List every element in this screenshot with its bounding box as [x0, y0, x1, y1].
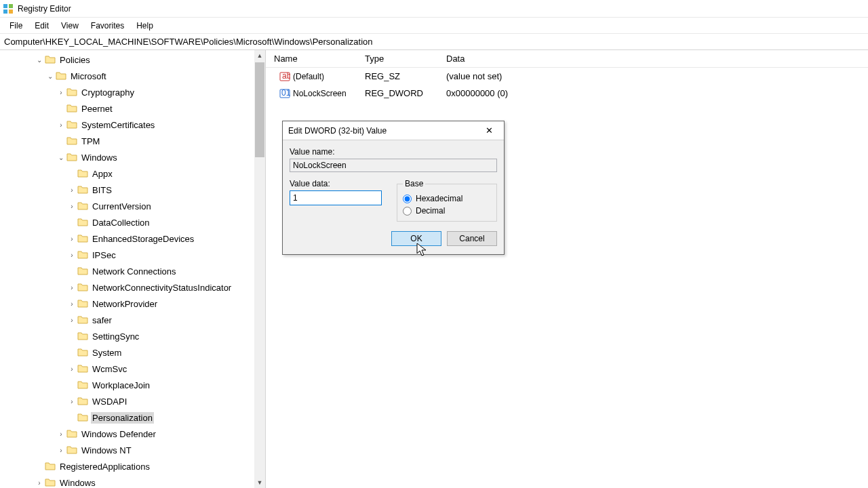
folder-icon	[77, 249, 88, 260]
folder-icon	[77, 314, 88, 325]
tree-item-currentversion[interactable]: › CurrentVersion	[0, 198, 254, 214]
radio-dec-row[interactable]: Decimal	[403, 206, 491, 216]
chevron-right-icon[interactable]: ›	[68, 186, 76, 194]
tree-item-wcmsvc[interactable]: › WcmSvc	[0, 361, 254, 377]
tree-item-windows[interactable]: ⌄ Windows	[0, 149, 254, 165]
column-header-name[interactable]: Name	[266, 51, 359, 66]
chevron-right-icon[interactable]: ›	[68, 251, 76, 259]
tree-item-ipsec[interactable]: › IPSec	[0, 247, 254, 263]
chevron-right-icon[interactable]: ›	[68, 317, 76, 324]
close-icon[interactable]: ✕	[475, 123, 502, 139]
tree-item-systemcertificates[interactable]: › SystemCertificates	[0, 117, 254, 133]
folder-icon	[77, 363, 88, 374]
chevron-right-icon[interactable]: ›	[57, 121, 65, 129]
tree-item-safer[interactable]: › safer	[0, 312, 254, 328]
folder-icon	[45, 54, 56, 65]
chevron-down-icon[interactable]: ⌄	[46, 73, 54, 80]
chevron-right-icon[interactable]: ›	[68, 235, 76, 243]
tree-item-windows-2[interactable]: › Windows	[0, 474, 254, 488]
tree-scrollbar[interactable]: ▲ ▼	[254, 50, 265, 488]
address-bar[interactable]: Computer\HKEY_LOCAL_MACHINE\SOFTWARE\Pol…	[0, 34, 868, 50]
chevron-right-icon[interactable]: ›	[57, 89, 65, 96]
tree-label: BITS	[91, 184, 113, 196]
value-data-field[interactable]	[290, 190, 382, 205]
tree-item-peernet[interactable]: › Peernet	[0, 100, 254, 117]
ok-button[interactable]: OK	[391, 231, 441, 246]
folder-icon	[66, 136, 77, 146]
tree-view[interactable]: ⌄ Policies ⌄ Microsoft › Cryptography ›	[0, 50, 254, 488]
chevron-down-icon[interactable]: ⌄	[35, 56, 43, 64]
chevron-right-icon[interactable]: ›	[68, 284, 76, 291]
menu-file[interactable]: File	[4, 19, 28, 33]
radio-hex-row[interactable]: Hexadecimal	[403, 194, 491, 203]
tree-label: Windows	[58, 477, 97, 489]
chevron-right-icon[interactable]: ›	[68, 203, 76, 210]
tree-item-policies[interactable]: ⌄ Policies	[0, 52, 254, 68]
menu-edit[interactable]: Edit	[29, 19, 54, 33]
tree-item-wsdapi[interactable]: › WSDAPI	[0, 393, 254, 409]
tree-item-bits[interactable]: › BITS	[0, 182, 254, 198]
value-name-field[interactable]	[290, 159, 497, 172]
chevron-right-icon[interactable]: ›	[57, 430, 65, 438]
folder-icon	[66, 445, 77, 455]
tree-item-datacollection[interactable]: › DataCollection	[0, 214, 254, 230]
tree-item-networkconnectivity[interactable]: › NetworkConnectivityStatusIndicator	[0, 279, 254, 296]
tree-item-appx[interactable]: › Appx	[0, 165, 254, 182]
tree-item-tpm[interactable]: › TPM	[0, 133, 254, 149]
tree-label: EnhancedStorageDevices	[91, 233, 195, 245]
value-data-label: Value data:	[290, 179, 384, 188]
chevron-right-icon[interactable]: ›	[68, 365, 76, 373]
tree-label: Windows NT	[80, 445, 133, 456]
tree-item-registeredapps[interactable]: › RegisteredApplications	[0, 458, 254, 474]
tree-item-system[interactable]: › System	[0, 344, 254, 361]
menu-help[interactable]: Help	[131, 19, 159, 33]
chevron-right-icon[interactable]: ›	[68, 300, 76, 308]
tree-label: Network Connections	[91, 266, 178, 277]
base-fieldset: Base Hexadecimal Decimal	[397, 179, 497, 222]
dialog-title-text: Edit DWORD (32-bit) Value	[288, 126, 387, 136]
folder-icon	[77, 266, 88, 277]
folder-icon	[45, 477, 56, 488]
tree-item-windowsnt[interactable]: › Windows NT	[0, 442, 254, 458]
tree-item-microsoft[interactable]: ⌄ Microsoft	[0, 68, 254, 84]
tree-item-enhancedstorage[interactable]: › EnhancedStorageDevices	[0, 230, 254, 247]
column-header-data[interactable]: Data	[441, 51, 868, 66]
scroll-up-icon[interactable]: ▲	[254, 50, 265, 61]
tree-item-windowsdefender[interactable]: › Windows Defender	[0, 426, 254, 442]
folder-icon	[77, 201, 88, 211]
tree-item-networkprovider[interactable]: › NetworkProvider	[0, 296, 254, 312]
tree-label: WorkplaceJoin	[91, 380, 151, 391]
tree-label: WcmSvc	[91, 363, 128, 375]
tree-label: Peernet	[80, 103, 114, 115]
chevron-right-icon[interactable]: ›	[68, 398, 76, 405]
dialog-titlebar[interactable]: Edit DWORD (32-bit) Value ✕	[283, 121, 504, 140]
tree-label: WSDAPI	[91, 396, 128, 407]
list-item[interactable]: NoLockScreen REG_DWORD 0x00000000 (0)	[266, 85, 868, 102]
tree-item-networkconnections[interactable]: › Network Connections	[0, 263, 254, 279]
chevron-down-icon[interactable]: ⌄	[57, 154, 65, 161]
cancel-button[interactable]: Cancel	[447, 231, 497, 246]
tree-item-cryptography[interactable]: › Cryptography	[0, 84, 254, 100]
menu-favorites[interactable]: Favorites	[85, 19, 130, 33]
tree-label: safer	[91, 314, 113, 326]
menu-view[interactable]: View	[56, 19, 84, 33]
scroll-down-icon[interactable]: ▼	[254, 477, 265, 488]
tree-item-workplacejoin[interactable]: › WorkplaceJoin	[0, 377, 254, 393]
chevron-right-icon[interactable]: ›	[57, 447, 65, 454]
tree-label: Personalization	[91, 412, 154, 424]
values-body[interactable]: (Default) REG_SZ (value not set) NoLockS…	[266, 68, 868, 102]
tree-item-personalization[interactable]: › Personalization	[0, 409, 254, 426]
tree-item-settingsync[interactable]: › SettingSync	[0, 328, 254, 344]
column-header-type[interactable]: Type	[359, 51, 441, 66]
tree-label: Windows	[80, 152, 119, 163]
folder-icon	[66, 152, 77, 163]
tree-label: Policies	[58, 54, 92, 66]
value-data: (value not set)	[441, 69, 868, 83]
radio-decimal[interactable]	[403, 207, 412, 216]
value-name: NoLockScreen	[293, 89, 347, 98]
scroll-thumb[interactable]	[255, 62, 264, 157]
folder-icon	[66, 103, 77, 114]
chevron-right-icon[interactable]: ›	[35, 479, 43, 487]
list-item[interactable]: (Default) REG_SZ (value not set)	[266, 68, 868, 85]
radio-hexadecimal[interactable]	[403, 195, 412, 203]
